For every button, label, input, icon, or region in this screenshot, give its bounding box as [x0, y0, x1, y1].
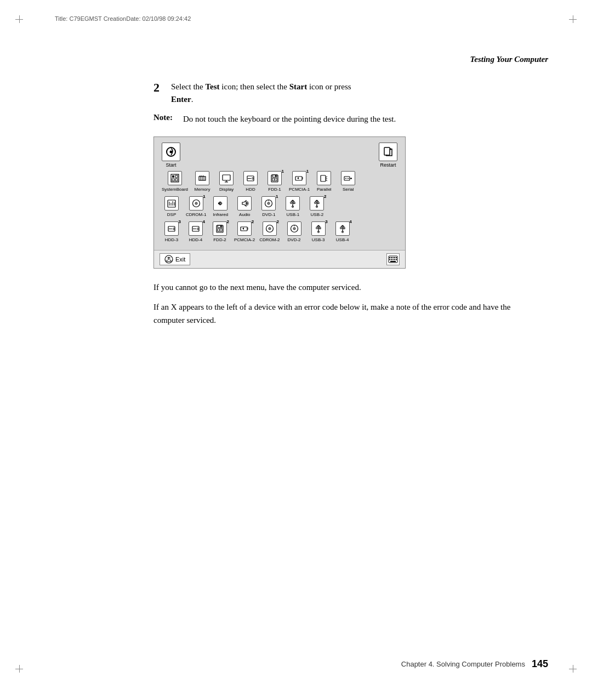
page-footer: Chapter 4. Solving Computer Problems 145 — [401, 658, 548, 670]
svg-rect-104 — [392, 259, 394, 260]
fdd2-icon: 2 — [213, 221, 227, 236]
svg-point-35 — [345, 178, 346, 179]
fdd1-label: FDD-1 — [268, 187, 281, 192]
svg-point-81 — [294, 228, 295, 229]
device-dsp[interactable]: DSP — [162, 196, 181, 217]
svg-rect-99 — [392, 257, 394, 258]
restart-button[interactable]: Restart — [379, 143, 397, 168]
usb2-badge: 2 — [324, 194, 326, 199]
step-2-text: Select the Test icon; then select the St… — [171, 81, 351, 105]
device-memory[interactable]: Memory — [192, 171, 212, 192]
device-hdd3[interactable]: 3 HDD-3 — [162, 221, 181, 242]
display-label: Display — [219, 187, 234, 192]
page-number: 145 — [532, 658, 548, 670]
device-audio[interactable]: Audio — [235, 196, 254, 217]
device-row-2: DSP 1 CDROM-1 — [162, 196, 397, 217]
diag-inner: Start Restart — [154, 137, 405, 250]
dsp-label: DSP — [167, 212, 176, 217]
device-pcmcia2[interactable]: 2 PCMCIA-2 — [234, 221, 255, 242]
device-fdd1[interactable]: 1 FDD-1 — [265, 171, 284, 192]
device-usb3[interactable]: 3 USB-3 — [309, 221, 328, 242]
start-bold: Start — [289, 82, 308, 91]
svg-rect-70 — [220, 225, 221, 227]
cdrom2-badge: 2 — [276, 219, 278, 224]
device-hdd[interactable]: HDD — [241, 171, 260, 192]
device-serial[interactable]: Serial — [338, 171, 358, 192]
svg-point-19 — [252, 178, 254, 179]
parallel-icon — [317, 171, 331, 185]
note-block: Note: Do not touch the keyboard or the p… — [153, 113, 526, 126]
device-cdrom1[interactable]: 1 CDROM-1 — [186, 196, 206, 217]
keyboard-icon — [386, 253, 400, 265]
usb1-icon — [286, 196, 300, 210]
cdrom2-icon: 2 — [263, 221, 277, 236]
device-usb1[interactable]: USB-1 — [283, 196, 303, 217]
device-infrared[interactable]: Infrared — [210, 196, 230, 217]
svg-point-44 — [196, 203, 197, 204]
hdd-icon — [243, 171, 258, 185]
note-text: Do not touch the keyboard or the pointin… — [183, 113, 396, 126]
restart-label: Restart — [380, 162, 396, 168]
device-display[interactable]: Display — [217, 171, 236, 192]
test-bold: Test — [205, 82, 219, 91]
svg-rect-2 — [384, 147, 390, 155]
svg-point-53 — [291, 202, 292, 203]
svg-rect-87 — [319, 227, 321, 229]
svg-point-66 — [197, 228, 199, 230]
pcmcia1-label: PCMCIA-1 — [289, 187, 310, 192]
enter-bold: Enter — [171, 95, 191, 104]
parallel-label: Parallel — [317, 187, 332, 192]
svg-rect-54 — [293, 202, 295, 204]
svg-rect-15 — [223, 175, 230, 180]
start-icon — [162, 143, 180, 161]
usb3-badge: 3 — [325, 219, 327, 224]
period: . — [191, 95, 193, 104]
display-icon — [219, 171, 234, 185]
device-cdrom2[interactable]: 2 CDROM-2 — [259, 221, 280, 242]
usb3-icon: 3 — [311, 221, 326, 236]
usb4-badge: 4 — [349, 219, 351, 224]
pcmcia2-icon: 2 — [237, 221, 252, 236]
device-dvd2[interactable]: DVD-2 — [284, 221, 304, 242]
hdd-label: HDD — [246, 187, 255, 192]
svg-point-63 — [173, 228, 175, 230]
device-pcmcia1[interactable]: 1 PCMCIA-1 — [289, 171, 310, 192]
fdd2-label: FDD-2 — [213, 237, 226, 242]
hdd3-label: HDD-3 — [165, 237, 178, 242]
svg-point-36 — [348, 178, 349, 179]
svg-rect-93 — [343, 227, 345, 229]
device-systemboard[interactable]: SystemBoard — [162, 171, 188, 192]
svg-rect-100 — [394, 257, 395, 258]
exit-label: Exit — [175, 256, 185, 263]
device-hdd4[interactable]: 4 HDD-4 — [186, 221, 206, 242]
svg-rect-29 — [321, 175, 326, 181]
svg-point-48 — [269, 203, 270, 204]
dvd1-label: DVD-1 — [262, 212, 275, 217]
svg-rect-106 — [396, 259, 397, 260]
infrared-icon — [213, 196, 227, 210]
device-fdd2[interactable]: 2 FDD-2 — [210, 221, 230, 242]
device-dvd1[interactable]: 1 DVD-1 — [259, 196, 278, 217]
memory-icon — [195, 171, 209, 185]
svg-point-72 — [219, 229, 220, 230]
exit-icon — [164, 255, 173, 264]
device-usb2[interactable]: 2 USB-2 — [307, 196, 327, 217]
device-parallel[interactable]: Parallel — [314, 171, 334, 192]
exit-button[interactable]: Exit — [160, 253, 190, 265]
step-2-block: 2 Select the Test icon; then select the … — [153, 81, 526, 105]
svg-rect-7 — [175, 179, 178, 181]
diag-top-row: Start Restart — [162, 143, 397, 168]
svg-rect-60 — [317, 202, 319, 204]
svg-rect-71 — [218, 229, 222, 231]
keyboard-symbol — [388, 255, 398, 263]
device-usb4[interactable]: 4 USB-4 — [333, 221, 352, 242]
svg-rect-102 — [389, 259, 390, 260]
usb4-icon: 4 — [335, 221, 350, 236]
usb4-label: USB-4 — [336, 237, 349, 242]
serial-label: Serial — [343, 187, 354, 192]
svg-rect-97 — [389, 257, 390, 258]
hdd4-label: HDD-4 — [189, 237, 202, 242]
svg-rect-101 — [396, 257, 397, 258]
start-button[interactable]: Start — [162, 143, 180, 168]
paragraph-2: If an X appears to the left of a device … — [153, 300, 526, 327]
